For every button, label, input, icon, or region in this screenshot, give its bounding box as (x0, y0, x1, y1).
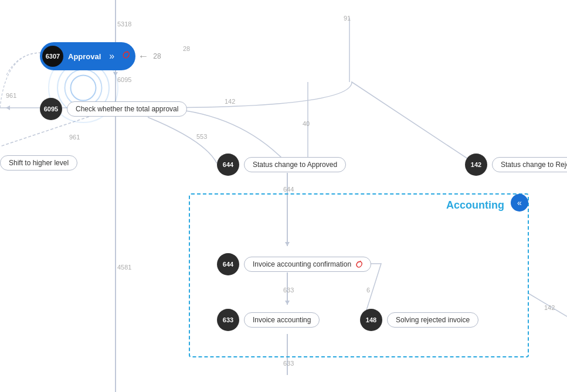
chevron-right-icon: » (109, 51, 114, 62)
workflow-canvas: 5318 28 6095 142 40 91 961 961 553 644 6… (0, 0, 567, 392)
edge-label-961-bottom: 961 (69, 134, 80, 141)
node-644-invoice-confirm[interactable]: 644 Invoice accounting confirmation (217, 253, 371, 275)
edge-label-961-left: 961 (6, 92, 16, 99)
accounting-box: Accounting « (189, 193, 529, 357)
node-644-status-approved[interactable]: 644 Status change to Approved (217, 154, 346, 176)
collapse-accounting-button[interactable]: « (511, 194, 528, 212)
chili-icon-6307 (121, 51, 130, 62)
edge-label-142-top: 142 (225, 98, 235, 105)
edge-label-633-bottom: 633 (283, 360, 294, 367)
node-circle-6307: 6307 (42, 46, 63, 67)
chili-icon-invoice (355, 261, 362, 268)
accounting-title: Accounting (446, 199, 504, 212)
node-148-solving[interactable]: 148 Solving rejected invoice (360, 309, 478, 331)
edge-label-6095: 6095 (117, 76, 131, 83)
node-6095[interactable]: 6095 Check whether the total approval (40, 98, 187, 120)
edge-label-644-top: 644 (283, 186, 294, 193)
node-circle-142: 142 (465, 154, 487, 176)
node-label-633: Invoice accounting (244, 312, 320, 328)
node-label-148: Solving rejected invoice (387, 312, 478, 328)
node-label-6095: Check whether the total approval (67, 101, 187, 117)
node-circle-633: 633 (217, 309, 239, 331)
node-circle-148: 148 (360, 309, 382, 331)
svg-marker-10 (6, 105, 10, 110)
edge-label-28: 28 (183, 45, 190, 52)
edge-28-label: 28 (153, 52, 161, 60)
edge-label-40: 40 (303, 120, 310, 127)
node-label-shift: Shift to higher level (0, 155, 77, 171)
node-6307-approval[interactable]: 6307 Approval » ← 28 (40, 42, 161, 70)
node-circle-644-invoice: 644 (217, 253, 239, 275)
node-label-approval: Approval (68, 52, 101, 61)
node-label-status-rejected: Status change to Rejected (492, 157, 567, 172)
svg-line-6 (528, 293, 567, 316)
edge-label-553: 553 (196, 133, 207, 140)
edge-label-5318: 5318 (117, 21, 131, 28)
node-circle-644-approved: 644 (217, 154, 239, 176)
node-633-invoice[interactable]: 633 Invoice accounting (217, 309, 320, 331)
node-label-status-approved: Status change to Approved (244, 157, 346, 172)
node-circle-6095: 6095 (40, 98, 62, 120)
edge-label-142-right: 142 (544, 304, 555, 311)
edge-label-91: 91 (344, 15, 351, 22)
edge-label-4581: 4581 (117, 264, 131, 271)
arrow-right-6307: ← (138, 50, 148, 63)
node-label-invoice-confirm: Invoice accounting confirmation (244, 257, 371, 272)
node-shift-higher[interactable]: Shift to higher level (0, 155, 77, 171)
node-142-status-rejected[interactable]: 142 Status change to Rejected (465, 154, 567, 176)
